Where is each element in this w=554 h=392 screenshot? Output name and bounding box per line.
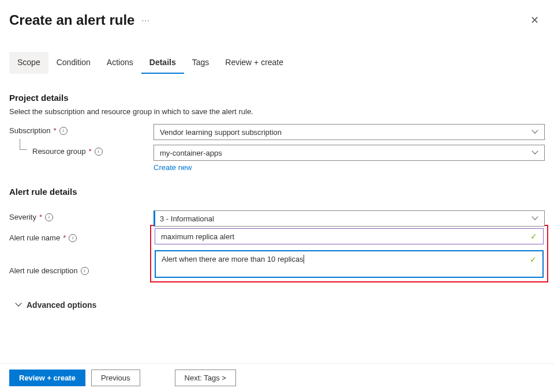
required-marker: * bbox=[89, 147, 92, 156]
alert-name-input[interactable]: maximum replica alert ✓ bbox=[155, 228, 544, 244]
info-icon[interactable]: i bbox=[69, 234, 77, 242]
info-icon[interactable]: i bbox=[45, 213, 53, 221]
required-marker: * bbox=[63, 233, 66, 242]
resource-group-label: Resource group * i bbox=[9, 145, 154, 156]
info-icon[interactable]: i bbox=[59, 127, 68, 135]
required-marker: * bbox=[39, 213, 42, 221]
subscription-select[interactable]: Vendor learning support subscription bbox=[154, 124, 545, 140]
page-header: Create an alert rule ··· ✕ bbox=[0, 0, 554, 35]
tab-condition[interactable]: Condition bbox=[48, 52, 99, 74]
info-icon[interactable]: i bbox=[95, 148, 103, 156]
alert-details-heading: Alert rule details bbox=[9, 187, 545, 197]
severity-select[interactable]: 3 - Informational bbox=[154, 210, 545, 227]
severity-label: Severity * i bbox=[9, 210, 154, 221]
create-new-link[interactable]: Create new bbox=[154, 163, 192, 172]
tab-scope[interactable]: Scope bbox=[9, 52, 48, 74]
checkmark-icon: ✓ bbox=[530, 255, 537, 264]
page-title: Create an alert rule bbox=[9, 12, 134, 28]
advanced-options-toggle[interactable]: Advanced options bbox=[16, 300, 545, 310]
chevron-down-icon bbox=[16, 302, 22, 308]
review-create-button[interactable]: Review + create bbox=[9, 370, 85, 386]
close-icon[interactable]: ✕ bbox=[525, 10, 545, 30]
tab-tags[interactable]: Tags bbox=[184, 52, 218, 74]
previous-button[interactable]: Previous bbox=[91, 370, 140, 386]
project-details-heading: Project details bbox=[9, 93, 545, 103]
chevron-down-icon bbox=[533, 150, 538, 156]
chevron-down-icon bbox=[533, 129, 538, 135]
more-icon[interactable]: ··· bbox=[141, 16, 150, 25]
alert-description-input[interactable]: Alert when there are more than 10 replic… bbox=[155, 250, 544, 278]
info-icon[interactable]: i bbox=[81, 267, 89, 275]
tab-actions[interactable]: Actions bbox=[99, 52, 141, 74]
resource-group-select[interactable]: my-container-apps bbox=[154, 145, 545, 161]
project-details-subtext: Select the subscription and resource gro… bbox=[9, 107, 545, 116]
next-button[interactable]: Next: Tags > bbox=[175, 370, 236, 386]
footer-bar: Review + create Previous Next: Tags > bbox=[0, 363, 554, 392]
tab-review[interactable]: Review + create bbox=[217, 52, 291, 74]
highlight-annotation: maximum replica alert ✓ Alert when there… bbox=[150, 225, 548, 282]
tab-bar: Scope Condition Actions Details Tags Rev… bbox=[0, 35, 554, 74]
chevron-down-icon bbox=[533, 216, 538, 221]
checkmark-icon: ✓ bbox=[530, 232, 537, 241]
alert-name-label: Alert rule name * i bbox=[9, 231, 154, 242]
required-marker: * bbox=[54, 126, 57, 135]
tab-details[interactable]: Details bbox=[141, 52, 184, 74]
subscription-label: Subscription * i bbox=[9, 124, 154, 135]
